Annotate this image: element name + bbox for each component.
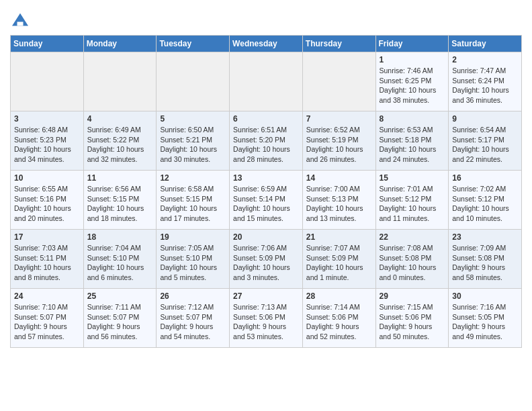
calendar-week-row: 1Sunrise: 7:46 AM Sunset: 6:25 PM Daylig… — [11, 52, 522, 111]
day-number: 10 — [14, 173, 80, 183]
day-number: 14 — [306, 173, 372, 183]
cell-content: Sunrise: 7:15 AM Sunset: 5:06 PM Dayligh… — [380, 302, 445, 342]
cell-content: Sunrise: 7:47 AM Sunset: 6:24 PM Dayligh… — [452, 66, 518, 105]
calendar-cell: 28Sunrise: 7:14 AM Sunset: 5:06 PM Dayli… — [302, 289, 375, 348]
calendar-cell: 24Sunrise: 7:10 AM Sunset: 5:07 PM Dayli… — [11, 289, 84, 348]
weekday-header: Sunday — [11, 36, 84, 52]
calendar-cell: 15Sunrise: 7:01 AM Sunset: 5:12 PM Dayli… — [375, 171, 449, 230]
calendar-cell: 16Sunrise: 7:02 AM Sunset: 5:12 PM Dayli… — [449, 171, 522, 230]
calendar-cell: 4Sunrise: 6:49 AM Sunset: 5:22 PM Daylig… — [83, 111, 157, 171]
day-number: 29 — [380, 291, 445, 301]
cell-content: Sunrise: 7:08 AM Sunset: 5:08 PM Dayligh… — [380, 243, 445, 283]
cell-content: Sunrise: 6:58 AM Sunset: 5:15 PM Dayligh… — [160, 184, 226, 224]
calendar-cell: 3Sunrise: 6:48 AM Sunset: 5:23 PM Daylig… — [11, 111, 84, 171]
day-number: 7 — [306, 114, 372, 124]
calendar-cell: 30Sunrise: 7:16 AM Sunset: 5:05 PM Dayli… — [449, 289, 522, 348]
calendar-cell — [157, 52, 230, 111]
day-number: 24 — [14, 291, 80, 301]
cell-content: Sunrise: 7:03 AM Sunset: 5:11 PM Dayligh… — [14, 243, 80, 283]
calendar-cell: 2Sunrise: 7:47 AM Sunset: 6:24 PM Daylig… — [449, 52, 522, 111]
cell-content: Sunrise: 6:51 AM Sunset: 5:20 PM Dayligh… — [233, 125, 299, 165]
day-number: 2 — [452, 55, 518, 64]
calendar-cell: 1Sunrise: 7:46 AM Sunset: 6:25 PM Daylig… — [375, 52, 449, 111]
calendar-cell: 29Sunrise: 7:15 AM Sunset: 5:06 PM Dayli… — [375, 289, 449, 348]
day-number: 13 — [233, 173, 299, 183]
cell-content: Sunrise: 6:50 AM Sunset: 5:21 PM Dayligh… — [160, 125, 226, 165]
weekday-header: Saturday — [449, 36, 522, 52]
cell-content: Sunrise: 6:55 AM Sunset: 5:16 PM Dayligh… — [14, 184, 80, 224]
calendar-cell: 27Sunrise: 7:13 AM Sunset: 5:06 PM Dayli… — [230, 289, 303, 348]
cell-content: Sunrise: 7:11 AM Sunset: 5:07 PM Dayligh… — [87, 302, 153, 342]
cell-content: Sunrise: 7:02 AM Sunset: 5:12 PM Dayligh… — [452, 184, 518, 224]
cell-content: Sunrise: 7:13 AM Sunset: 5:06 PM Dayligh… — [233, 302, 299, 342]
cell-content: Sunrise: 7:06 AM Sunset: 5:09 PM Dayligh… — [233, 243, 299, 283]
day-number: 8 — [380, 114, 445, 124]
calendar-cell — [230, 52, 303, 111]
calendar-cell: 25Sunrise: 7:11 AM Sunset: 5:07 PM Dayli… — [83, 289, 157, 348]
calendar-cell: 12Sunrise: 6:58 AM Sunset: 5:15 PM Dayli… — [157, 171, 230, 230]
day-number: 22 — [380, 232, 445, 242]
calendar-cell: 10Sunrise: 6:55 AM Sunset: 5:16 PM Dayli… — [11, 171, 84, 230]
day-number: 3 — [14, 114, 80, 124]
calendar-cell: 26Sunrise: 7:12 AM Sunset: 5:07 PM Dayli… — [157, 289, 230, 348]
svg-rect-2 — [17, 22, 24, 26]
cell-content: Sunrise: 6:59 AM Sunset: 5:14 PM Dayligh… — [233, 184, 299, 224]
cell-content: Sunrise: 6:54 AM Sunset: 5:17 PM Dayligh… — [452, 125, 518, 165]
cell-content: Sunrise: 7:07 AM Sunset: 5:09 PM Dayligh… — [306, 243, 372, 283]
cell-content: Sunrise: 6:56 AM Sunset: 5:15 PM Dayligh… — [87, 184, 153, 224]
calendar-cell — [11, 52, 84, 111]
cell-content: Sunrise: 7:10 AM Sunset: 5:07 PM Dayligh… — [14, 302, 80, 342]
day-number: 5 — [160, 114, 226, 124]
day-number: 25 — [87, 291, 153, 301]
calendar-week-row: 24Sunrise: 7:10 AM Sunset: 5:07 PM Dayli… — [11, 289, 522, 348]
cell-content: Sunrise: 7:01 AM Sunset: 5:12 PM Dayligh… — [380, 184, 445, 224]
day-number: 20 — [233, 232, 299, 242]
cell-content: Sunrise: 7:16 AM Sunset: 5:05 PM Dayligh… — [452, 302, 518, 342]
cell-content: Sunrise: 7:00 AM Sunset: 5:13 PM Dayligh… — [306, 184, 372, 224]
page-header — [10, 7, 522, 31]
cell-content: Sunrise: 6:48 AM Sunset: 5:23 PM Dayligh… — [14, 125, 80, 165]
weekday-header: Friday — [375, 36, 449, 52]
cell-content: Sunrise: 7:12 AM Sunset: 5:07 PM Dayligh… — [160, 302, 226, 342]
calendar-cell: 5Sunrise: 6:50 AM Sunset: 5:21 PM Daylig… — [157, 111, 230, 171]
calendar-cell: 18Sunrise: 7:04 AM Sunset: 5:10 PM Dayli… — [83, 230, 157, 289]
cell-content: Sunrise: 7:09 AM Sunset: 5:08 PM Dayligh… — [452, 243, 518, 283]
calendar-cell: 23Sunrise: 7:09 AM Sunset: 5:08 PM Dayli… — [449, 230, 522, 289]
day-number: 28 — [306, 291, 372, 301]
day-number: 1 — [380, 55, 445, 64]
calendar-cell: 19Sunrise: 7:05 AM Sunset: 5:10 PM Dayli… — [157, 230, 230, 289]
calendar-cell: 22Sunrise: 7:08 AM Sunset: 5:08 PM Dayli… — [375, 230, 449, 289]
calendar-cell — [83, 52, 157, 111]
weekday-header: Wednesday — [230, 36, 303, 52]
calendar-table: SundayMondayTuesdayWednesdayThursdayFrid… — [10, 35, 522, 348]
weekday-header: Tuesday — [157, 36, 230, 52]
calendar-cell: 21Sunrise: 7:07 AM Sunset: 5:09 PM Dayli… — [302, 230, 375, 289]
day-number: 16 — [452, 173, 518, 183]
day-number: 19 — [160, 232, 226, 242]
calendar-week-row: 17Sunrise: 7:03 AM Sunset: 5:11 PM Dayli… — [11, 230, 522, 289]
day-number: 9 — [452, 114, 518, 124]
calendar-cell: 9Sunrise: 6:54 AM Sunset: 5:17 PM Daylig… — [449, 111, 522, 171]
calendar-cell: 14Sunrise: 7:00 AM Sunset: 5:13 PM Dayli… — [302, 171, 375, 230]
day-number: 23 — [452, 232, 518, 242]
cell-content: Sunrise: 6:52 AM Sunset: 5:19 PM Dayligh… — [306, 125, 372, 165]
day-number: 12 — [160, 173, 226, 183]
cell-content: Sunrise: 6:53 AM Sunset: 5:18 PM Dayligh… — [380, 125, 445, 165]
day-number: 4 — [87, 114, 153, 124]
calendar-cell: 20Sunrise: 7:06 AM Sunset: 5:09 PM Dayli… — [230, 230, 303, 289]
day-number: 21 — [306, 232, 372, 242]
day-number: 11 — [87, 173, 153, 183]
weekday-header-row: SundayMondayTuesdayWednesdayThursdayFrid… — [11, 36, 522, 52]
cell-content: Sunrise: 7:14 AM Sunset: 5:06 PM Dayligh… — [306, 302, 372, 342]
calendar-cell: 8Sunrise: 6:53 AM Sunset: 5:18 PM Daylig… — [375, 111, 449, 171]
day-number: 27 — [233, 291, 299, 301]
cell-content: Sunrise: 6:49 AM Sunset: 5:22 PM Dayligh… — [87, 125, 153, 165]
day-number: 18 — [87, 232, 153, 242]
weekday-header: Monday — [83, 36, 157, 52]
calendar-cell — [302, 52, 375, 111]
calendar-cell: 11Sunrise: 6:56 AM Sunset: 5:15 PM Dayli… — [83, 171, 157, 230]
calendar-cell: 13Sunrise: 6:59 AM Sunset: 5:14 PM Dayli… — [230, 171, 303, 230]
logo-icon — [10, 11, 30, 31]
weekday-header: Thursday — [302, 36, 375, 52]
cell-content: Sunrise: 7:46 AM Sunset: 6:25 PM Dayligh… — [380, 66, 445, 105]
